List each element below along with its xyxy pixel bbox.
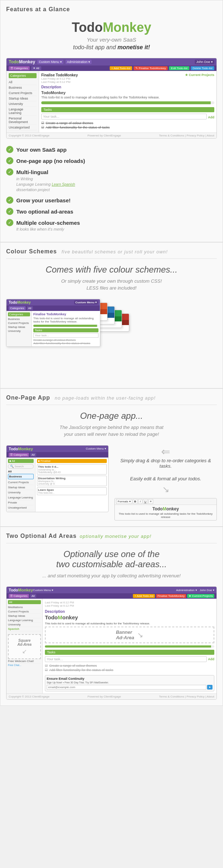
onepage-section-header: One-Page App no page-loads within the us… — [6, 395, 217, 405]
bold-btn[interactable]: B — [133, 499, 138, 504]
colour-section-header: Colour Schemes five beautiful schemes or… — [6, 248, 217, 259]
scheme-body-purple: Categories Business Current Projects Sta… — [7, 311, 100, 346]
cat-header: Categories — [9, 73, 37, 78]
email-submit-btn[interactable]: ➤ — [207, 685, 213, 690]
sidebar-personal: Personal Development — [9, 116, 37, 125]
ad-main: Last Friday at 6:12 PM Last Friday at 6:… — [43, 599, 216, 694]
ad-body: All Meditations Current Projects Startup… — [7, 599, 216, 694]
brand-monkey: Monkey — [103, 20, 151, 35]
brand-todo: Todo — [72, 20, 102, 35]
ad-all-btn[interactable]: All — [30, 594, 36, 598]
drag-arrow-icon: ⇐ — [114, 445, 217, 458]
ad-sidebar: All Meditations Current Projects Startup… — [7, 599, 43, 694]
sidebar-language: Language Learning — [9, 107, 37, 116]
mini-finalise-bar: ■ Finalise — [37, 459, 107, 463]
brand-tagline2: todo-list app and monetise it! — [6, 44, 217, 51]
square-ad-label: SquareAd-Area — [10, 639, 39, 646]
app-topbar: TodoMonkey Custom Menu ▾ Administration … — [7, 58, 216, 66]
feature-ads-text: Two optional ad-areas — [16, 208, 73, 215]
mini-language: Language Learning — [8, 495, 34, 500]
align-btn[interactable]: ≡ — [148, 499, 153, 504]
delete-todo-btn: Delete Todo-list — [191, 66, 214, 70]
add-todo-btn: + Add Todo-list — [110, 66, 132, 70]
sidebar-business: Business — [9, 85, 37, 90]
mini-todo-item-2: Dissertation Writing Workspace fo... Uni… — [37, 476, 107, 486]
ad-add-task-btn[interactable]: Add — [208, 657, 215, 661]
format-btn[interactable]: Formats ▾ — [116, 499, 132, 504]
ad-task-item-1: ☑ Create-a-range-of-colour-themes — [45, 663, 214, 668]
colour-subtitle: Or simply create your own through custom… — [6, 278, 217, 292]
edit-todo-btn: Edit Todo-list — [169, 66, 189, 70]
underline-btn[interactable]: U — [143, 499, 148, 504]
app-action-bar: ☰ Categories ✦ All + Add Todo-list ✎ Fin… — [7, 66, 216, 71]
onepage-app-mockup: TodoMonkey Custom Menu ▾ ☰ Categories Al… — [6, 445, 109, 512]
square-ad-arrow: ↙ — [10, 648, 39, 655]
colour-schemes-display: TodoMonkey Custom Menu ▾ Categories All … — [6, 299, 217, 379]
scheme-nav-purple: Categories All — [7, 306, 100, 311]
ad-action-bar: ☰ Categories All + Add Todo-list Finalis… — [7, 593, 216, 599]
todo-info: Finalise TodoMonkey Last Friday at 6:12 … — [41, 73, 78, 84]
ad-sidebar-language: Language Learning — [8, 618, 41, 623]
ad-sidebar-current: Current Projects — [8, 610, 41, 614]
ad-sidebar-free-link[interactable]: Free Chat... — [8, 663, 41, 667]
feature-ads: ✓ Two optional ad-areas — [6, 208, 217, 215]
mini-all-btn[interactable]: All — [30, 453, 36, 457]
ad-desc-header: Description — [45, 610, 214, 614]
mini-search[interactable]: 🔍 Search — [8, 464, 34, 469]
feature-multilingual: ✓ Multi-lingual in Writing Language Lear… — [6, 168, 217, 193]
colour-title: Comes with five colour schemes... — [6, 265, 217, 275]
check-onepage: ✓ — [6, 157, 13, 164]
feature-userbase-text: Grow your userbase! — [16, 197, 71, 204]
brand-tagline1: Your very-own SaaS — [6, 37, 217, 43]
onepage-notes: ⇐ Simply drag & drop to re-order categor… — [114, 445, 217, 521]
ads-subtitle: ... and start monetising your app by col… — [6, 572, 217, 580]
ad-footer: Copyright © 2013 ClientEngage Powered by… — [7, 694, 216, 699]
onepage-demo-area: TodoMonkey Custom Menu ▾ ☰ Categories Al… — [6, 445, 217, 521]
ad-current-btn[interactable]: ★ Current Projects — [187, 594, 214, 598]
app-user: John Doe ▾ — [195, 60, 214, 64]
editor-brand: TodoMonkey — [116, 506, 215, 511]
feature-saas-text: Your own SaaS app — [16, 146, 67, 153]
scheme-sidebar-purple: Categories Business Current Projects Sta… — [7, 311, 32, 346]
desc-header: Description — [41, 85, 214, 89]
mini-search-wrapper: 🔍 Search — [8, 464, 34, 469]
ad-task-input[interactable]: Your task... — [45, 656, 207, 662]
app-mockup-features: TodoMonkey Custom Menu ▾ Administration … — [6, 58, 217, 139]
ad-sidebar-spanish: Spanish — [8, 627, 41, 631]
ad-sidebar-meditations: Meditations — [8, 605, 41, 610]
learn-spanish-link[interactable]: Learn Spanish — [52, 182, 75, 186]
todo-date2: Last Friday at 6:12 PM — [41, 80, 78, 84]
task-input[interactable]: Your task... — [41, 114, 207, 119]
ad-add-todo-btn[interactable]: + Add Todo-list — [133, 594, 155, 598]
tasks-header: Tasks — [41, 107, 214, 112]
mini-university: University — [8, 490, 34, 495]
ad-categories-btn[interactable]: ☰ Categories — [9, 594, 29, 598]
progress-bar — [41, 101, 214, 104]
mini-categories-btn[interactable]: ☰ Categories — [9, 453, 29, 457]
ad-tasks-header: Tasks — [45, 650, 214, 655]
feature-onepage-text: One-page app (no reloads) — [16, 157, 85, 165]
mini-business-item: Business — [8, 474, 34, 479]
todo-monkey-heading: TodoMonkey — [41, 90, 214, 95]
email-capture-widget: Ensure Email Continuity Sign Up Now! • F… — [45, 675, 214, 691]
email-input[interactable] — [47, 685, 206, 690]
mini-body: ■ All 🔍 Search All Business Current Proj… — [7, 458, 108, 512]
app-main: Finalise TodoMonkey Last Friday at 6:12 … — [39, 71, 216, 132]
task-input-row: Your task... Add — [41, 114, 214, 121]
italic-btn[interactable]: I — [138, 499, 142, 504]
ad-finalise-btn[interactable]: Finalise TodoMonkey — [156, 594, 186, 598]
app-logo: TodoMonkey — [9, 59, 35, 64]
checkbox-icon-2: ☑ — [41, 126, 44, 129]
email-capture-title: Ensure Email Continuity — [47, 677, 213, 681]
drag-note-area: ⇐ Simply drag & drop to re-order categor… — [114, 445, 217, 469]
app-sidebar: Categories All Business Current Projects… — [7, 71, 39, 132]
app-nav-admin: Administration ▾ — [66, 60, 92, 64]
sidebar-uncategorised: Uncategorised — [9, 125, 37, 130]
ads-title: Optionally use one of the two customisab… — [6, 549, 217, 569]
check-ads: ✓ — [6, 208, 13, 215]
feature-saas: ✓ Your own SaaS app — [6, 146, 217, 153]
ad-logo: TodoMonkey — [9, 588, 33, 592]
app-footer: Copyright © 2013 ClientEngage Powered by… — [7, 132, 216, 138]
task-item-2: ☑ Add-filter-functionality-for-the-statu… — [41, 125, 214, 130]
add-task-btn[interactable]: Add — [208, 115, 215, 119]
